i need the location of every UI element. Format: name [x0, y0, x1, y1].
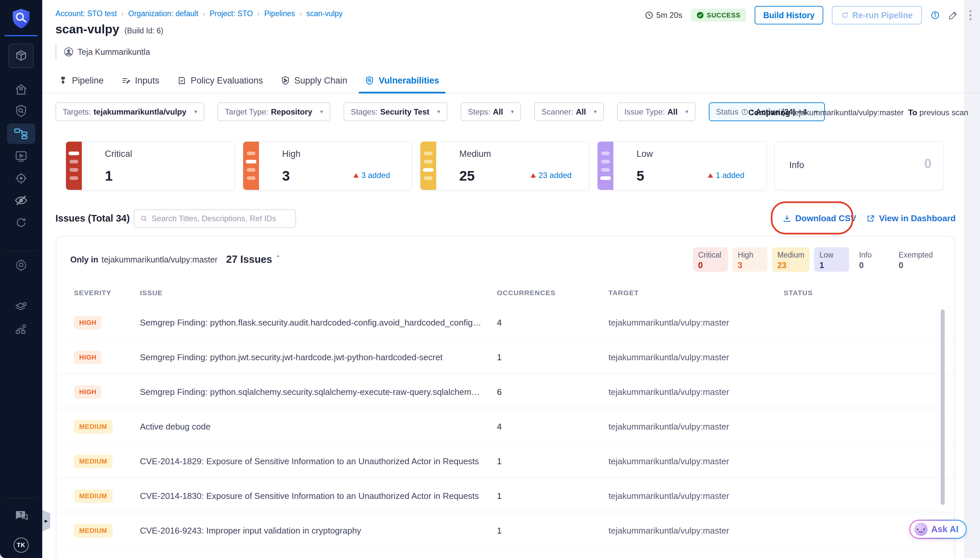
issue-title: Active debug code: [140, 422, 497, 432]
chevron-up-icon[interactable]: ˆ: [277, 254, 279, 263]
help-chat-button[interactable]: ?: [0, 509, 42, 523]
more-options-menu[interactable]: [967, 9, 974, 21]
external-link-icon: [867, 214, 875, 223]
tab-vulnerabilities[interactable]: Vulnerabilities: [356, 68, 448, 93]
harness-sto-logo[interactable]: [0, 8, 42, 30]
page-scrollbar-gutter[interactable]: [964, 0, 980, 558]
issue-title: CVE-2014-1830: Exposure of Sensitive Inf…: [140, 491, 497, 501]
triangle-up-icon: [353, 173, 359, 178]
module-selector[interactable]: [8, 44, 34, 68]
breadcrumb-current[interactable]: scan-vulpy: [306, 9, 342, 18]
sidebar-item-security-tests[interactable]: [0, 104, 42, 118]
chevron-sep-icon: ›: [257, 10, 259, 18]
added-delta: 1 added: [708, 171, 744, 180]
issues-table-header: SEVERITY ISSUE OCCURRENCES TARGET STATUS: [56, 289, 954, 297]
severity-badge: HIGH: [74, 316, 101, 330]
occurrences: 1: [497, 456, 609, 466]
chip-exempted: Exempted0: [893, 247, 938, 272]
chip-critical: Critical0: [693, 247, 728, 272]
breadcrumb-pipelines[interactable]: Pipelines: [264, 9, 295, 18]
build-id: (Build Id: 6): [124, 26, 163, 35]
sidebar-item-home[interactable]: [0, 82, 42, 97]
target-name: tejakummarikuntla/vulpy:master: [609, 422, 784, 432]
breadcrumb-org[interactable]: Organization: default: [128, 9, 198, 18]
sidebar-item-default-settings[interactable]: [0, 300, 42, 313]
filter-target-type[interactable]: Target Type:Repository▾: [218, 102, 330, 121]
tab-pipeline[interactable]: Pipeline: [49, 68, 113, 93]
download-csv-button[interactable]: Download CSV: [783, 213, 856, 223]
filter-issue-type[interactable]: Issue Type:All▾: [617, 102, 695, 121]
filter-stages[interactable]: Stages:Security Test▾: [344, 102, 447, 121]
table-row[interactable]: MEDIUM CVE-2017-11424: PyJWT: Improper V…: [56, 550, 954, 558]
filter-scanner[interactable]: Scanner:All▾: [534, 102, 604, 121]
download-icon: [783, 214, 791, 223]
group-title: Only intejakummarikuntla/vulpy:master: [70, 255, 218, 264]
severity-card-low[interactable]: Low 5 1 added: [597, 141, 767, 190]
chat-help-icon: ?: [14, 509, 28, 523]
breadcrumb-project[interactable]: Project: STO: [209, 9, 253, 18]
chip-low: Low1: [814, 247, 849, 272]
table-row[interactable]: MEDIUM CVE-2014-1830: Exposure of Sensit…: [56, 480, 954, 512]
tab-policy-evaluations[interactable]: Policy Evaluations: [168, 68, 272, 93]
issues-table-body: HIGH Semgrep Finding: python.flask.secur…: [56, 307, 954, 558]
severity-card-critical[interactable]: Critical 1: [65, 141, 235, 190]
chip-medium: Medium23: [772, 247, 810, 272]
table-row[interactable]: HIGH Semgrep Finding: python.sqlalchemy.…: [56, 376, 954, 408]
filter-steps[interactable]: Steps:All▾: [461, 102, 521, 121]
page-title: scan-vulpy: [56, 23, 119, 36]
user-avatar-icon: [64, 47, 74, 57]
issue-group-header[interactable]: Only intejakummarikuntla/vulpy:master 27…: [70, 247, 938, 272]
info-icon[interactable]: [931, 11, 940, 20]
table-scrollbar-thumb[interactable]: [941, 309, 945, 505]
occurrences: 4: [497, 422, 609, 432]
ai-bot-icon: •‿•: [915, 523, 928, 536]
tab-supply-chain[interactable]: Supply Chain: [272, 68, 357, 93]
table-row[interactable]: MEDIUM CVE-2016-9243: Improper input val…: [56, 515, 954, 547]
added-delta: 3 added: [353, 171, 390, 180]
table-row[interactable]: HIGH Semgrep Finding: python.jwt.securit…: [56, 341, 954, 373]
view-in-dashboard-button[interactable]: View in Dashboard: [867, 213, 955, 223]
severity-summary-cards: Critical 1 High 3 3 added Medium 25 23 a…: [65, 141, 944, 190]
breadcrumb-account[interactable]: Account: STO test: [56, 9, 117, 18]
sidebar-item-executions[interactable]: [0, 149, 42, 163]
filter-targets[interactable]: Targets:tejakummarikuntla/vulpy▾: [56, 102, 204, 121]
layers-gear-icon: [14, 300, 28, 313]
issues-search-input[interactable]: [151, 214, 290, 223]
sidebar-item-settings[interactable]: [0, 258, 42, 271]
severity-gauge-icon: [243, 142, 259, 190]
severity-badge: HIGH: [74, 351, 101, 364]
check-circle-icon: [697, 11, 704, 19]
severity-gauge-icon: [597, 142, 614, 190]
severity-card-medium[interactable]: Medium 25 23 added: [420, 141, 589, 190]
sidebar-item-org-settings[interactable]: [0, 323, 42, 336]
table-row[interactable]: MEDIUM CVE-2014-1829: Exposure of Sensit…: [56, 445, 954, 477]
chip-info: Info0: [854, 247, 888, 272]
sidebar: ? TK: [0, 0, 42, 558]
sidebar-item-tickets[interactable]: [0, 216, 42, 229]
rerun-pipeline-button[interactable]: Re-run Pipeline: [832, 6, 922, 25]
chevron-down-icon: ▾: [437, 108, 440, 115]
chevron-sep-icon: ›: [121, 10, 123, 18]
severity-card-high[interactable]: High 3 3 added: [243, 141, 412, 190]
user-avatar[interactable]: TK: [13, 538, 29, 553]
sidebar-item-pipelines-active[interactable]: [7, 123, 35, 144]
table-row[interactable]: MEDIUM Active debug code 4 tejakummariku…: [56, 411, 954, 442]
sidebar-item-exemptions[interactable]: [0, 194, 42, 207]
issues-search[interactable]: [134, 209, 296, 228]
eye-slash-icon: [14, 194, 28, 207]
executions-icon: [15, 149, 28, 163]
table-row[interactable]: HIGH Semgrep Finding: python.flask.secur…: [56, 307, 954, 338]
user-name: Teja Kummarikuntla: [77, 47, 150, 57]
issues-panel: Only intejakummarikuntla/vulpy:master 27…: [56, 236, 954, 558]
page-title-row: scan-vulpy (Build Id: 6): [56, 23, 163, 36]
chevron-down-icon: ▾: [686, 108, 688, 115]
sidebar-collapse-handle[interactable]: ▶: [42, 510, 50, 532]
edit-pipeline-icon[interactable]: [948, 10, 958, 20]
ask-ai-button[interactable]: •‿• Ask AI: [910, 520, 967, 539]
comparing-label: Comparing tejakummarikuntla/vulpy:master…: [748, 108, 968, 117]
build-history-button[interactable]: Build History: [755, 6, 823, 25]
issue-title: CVE-2016-9243: Improper input validation…: [140, 526, 497, 536]
tab-inputs[interactable]: Inputs: [113, 68, 168, 93]
sidebar-item-targets[interactable]: [0, 172, 42, 185]
severity-card-info[interactable]: Info 0: [774, 141, 944, 190]
